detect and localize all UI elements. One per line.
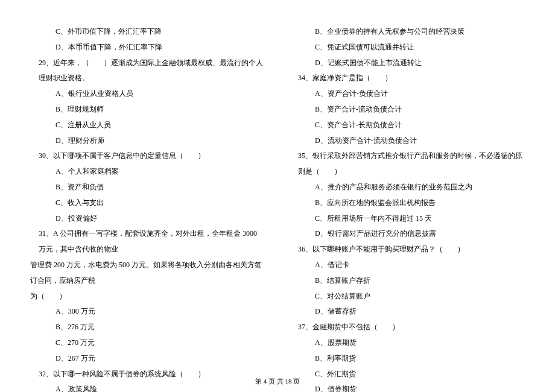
option-text: B、理财规划师: [30, 102, 265, 118]
option-text: B、利率期货: [290, 351, 525, 367]
option-text: A、300 万元: [30, 304, 265, 320]
question-text: 为（ ）: [30, 289, 265, 305]
option-text: C、270 万元: [30, 335, 265, 351]
option-text: B、应向所在地的银监会派出机构报告: [290, 195, 525, 211]
right-column: B、企业债券的持有人无权参与公司的经营决策 C、凭证式国债可以流通并转让 D、记…: [290, 24, 525, 392]
two-column-layout: C、外币币值下降，外汇汇率下降 D、本币币值下降，外汇汇率下降 29、近年来，（…: [30, 24, 525, 392]
option-text: A、个人和家庭档案: [30, 164, 265, 180]
question-text: 37、金融期货中不包括（ ）: [290, 320, 525, 335]
question-text: 30、以下哪项不属于客户信息中的定量信息（ ）: [30, 148, 265, 164]
option-text: B、结算账户存折: [290, 273, 525, 289]
option-text: D、流动资产合计-流动负债合计: [290, 133, 525, 149]
option-text: D、储蓄存折: [290, 304, 525, 320]
question-text: 36、以下哪种账户不能用于购买理财产品？（ ）: [290, 242, 525, 258]
question-text: 35、银行采取外部营销方式推介银行产品和服务的时候，不必遵循的原则是（ ）: [290, 148, 525, 180]
question-text: 34、家庭净资产是指（ ）: [290, 71, 525, 86]
page-footer: 第 4 页 共 18 页: [0, 377, 555, 386]
option-text: A、资产合计-负债合计: [290, 86, 525, 102]
option-text: D、记账式国债不能上市流通转让: [290, 55, 525, 71]
left-column: C、外币币值下降，外汇汇率下降 D、本币币值下降，外汇汇率下降 29、近年来，（…: [30, 24, 265, 392]
question-text: 31、A 公司拥有一写字楼，配套设施齐全，对外出租，全年租金 3000 万元，其…: [30, 226, 265, 258]
option-text: C、对公结算账户: [290, 289, 525, 305]
option-text: A、借记卡: [290, 258, 525, 273]
option-text: D、理财分析师: [30, 133, 265, 149]
option-text: B、资产和负债: [30, 180, 265, 195]
option-text: D、267 万元: [30, 351, 265, 367]
question-text: 管理费 200 万元，水电费为 500 万元。如果将各项收入分别由各相关方签订合…: [30, 258, 265, 289]
option-text: C、外币币值下降，外汇汇率下降: [30, 24, 265, 40]
option-text: A、银行业从业资格人员: [30, 86, 265, 102]
option-text: D、银行需对产品进行充分的信息披露: [290, 226, 525, 242]
option-text: C、资产合计-长期负债合计: [290, 118, 525, 133]
option-text: D、本币币值下降，外汇汇率下降: [30, 40, 265, 55]
option-text: A、股票期货: [290, 335, 525, 351]
option-text: B、276 万元: [30, 320, 265, 335]
option-text: A、推介的产品和服务必须在银行的业务范围之内: [290, 180, 525, 195]
option-text: C、收入与支出: [30, 195, 265, 211]
option-text: B、资产合计-流动负债合计: [290, 102, 525, 118]
option-text: C、所租用场所一年内不得超过 15 天: [290, 211, 525, 227]
option-text: C、凭证式国债可以流通并转让: [290, 40, 525, 55]
option-text: B、企业债券的持有人无权参与公司的经营决策: [290, 24, 525, 40]
option-text: D、投资偏好: [30, 211, 265, 227]
option-text: C、注册从业人员: [30, 118, 265, 133]
question-text: 29、近年来，（ ）逐渐成为国际上金融领域最权威、最流行的个人理财职业资格。: [30, 55, 265, 87]
